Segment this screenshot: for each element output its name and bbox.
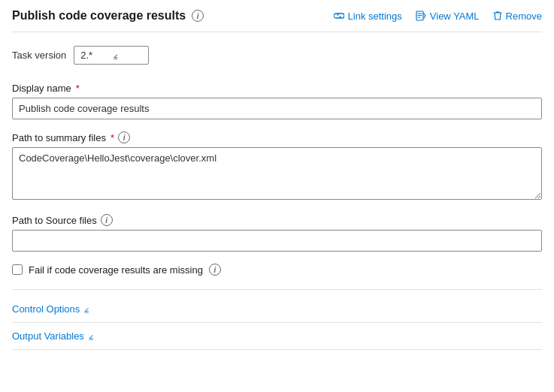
yaml-icon xyxy=(416,11,426,21)
header-actions: Link settings View YAML Remove xyxy=(334,11,542,22)
path-source-input[interactable] xyxy=(12,230,542,252)
remove-icon xyxy=(493,11,502,21)
view-yaml-label: View YAML xyxy=(430,11,480,22)
control-options-chevron: ⦤ xyxy=(84,304,89,314)
path-source-info-icon[interactable]: i xyxy=(101,214,113,226)
output-variables-label: Output Variables xyxy=(12,330,84,342)
path-summary-group: Path to summary files * i CodeCoverage\H… xyxy=(12,131,542,202)
fail-checkbox-row: Fail if code coverage results are missin… xyxy=(12,264,542,276)
title-info-icon[interactable]: i xyxy=(192,10,204,22)
link-settings-label: Link settings xyxy=(348,11,402,22)
path-summary-input[interactable]: CodeCoverage\HelloJest\coverage\clover.x… xyxy=(12,147,542,200)
fail-info-icon[interactable]: i xyxy=(209,264,221,276)
divider-1 xyxy=(12,289,542,290)
panel-title: Publish code coverage results xyxy=(12,9,186,23)
remove-label: Remove xyxy=(506,11,542,22)
remove-button[interactable]: Remove xyxy=(493,11,542,22)
output-variables-chevron: ⦤ xyxy=(89,331,93,341)
path-source-group: Path to Source files i xyxy=(12,214,542,252)
header-left: Publish code coverage results i xyxy=(12,9,204,23)
output-variables-section[interactable]: Output Variables ⦤ xyxy=(12,323,542,350)
task-version-value: 2.* xyxy=(80,50,92,61)
display-name-required: * xyxy=(76,83,80,94)
path-source-label: Path to Source files i xyxy=(12,214,542,226)
task-version-row: Task version 2.* ⦤ xyxy=(12,46,542,65)
panel-header: Publish code coverage results i Link set… xyxy=(12,9,542,32)
view-yaml-button[interactable]: View YAML xyxy=(416,11,480,22)
control-options-label: Control Options xyxy=(12,303,80,315)
task-version-select[interactable]: 2.* ⦤ xyxy=(74,46,149,65)
control-options-section[interactable]: Control Options ⦤ xyxy=(12,296,542,323)
fail-checkbox[interactable] xyxy=(12,264,23,275)
task-version-chevron: ⦤ xyxy=(114,51,118,60)
fail-checkbox-label: Fail if code coverage results are missin… xyxy=(29,264,203,276)
path-summary-info-icon[interactable]: i xyxy=(118,131,130,143)
path-summary-required: * xyxy=(110,132,114,143)
display-name-label: Display name * xyxy=(12,83,542,94)
task-version-label: Task version xyxy=(12,50,66,61)
display-name-group: Display name * xyxy=(12,83,542,119)
link-settings-button[interactable]: Link settings xyxy=(334,11,402,22)
display-name-input[interactable] xyxy=(12,98,542,119)
link-icon xyxy=(334,11,344,20)
path-summary-label: Path to summary files * i xyxy=(12,131,542,143)
